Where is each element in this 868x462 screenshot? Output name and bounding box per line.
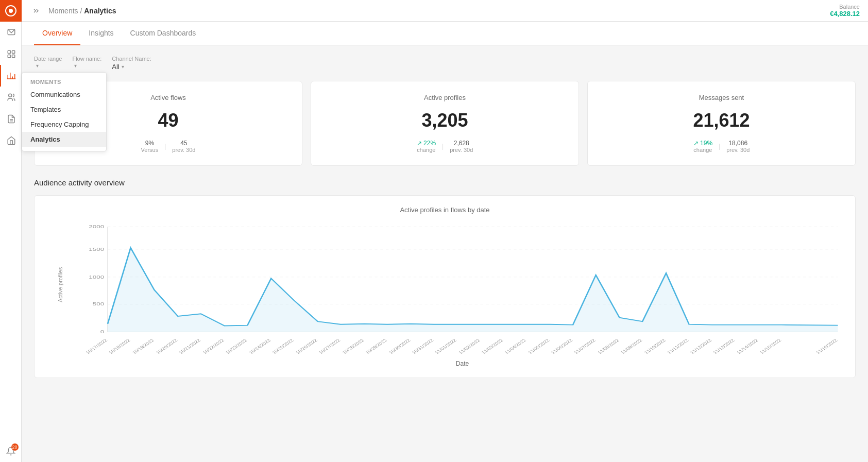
svg-text:11/09/2022: 11/09/2022	[619, 338, 643, 355]
messages-sent-label: Messages sent	[600, 94, 843, 101]
active-profiles-pct: 22%	[423, 140, 436, 147]
message-icon	[7, 28, 16, 37]
svg-rect-5	[8, 55, 10, 58]
svg-text:11/06/2022: 11/06/2022	[550, 338, 573, 355]
active-profiles-up-arrow: ↗	[417, 140, 422, 147]
dropdown-item-frequency-capping[interactable]: Frequency Capping	[22, 117, 106, 132]
svg-text:10/21/2022: 10/21/2022	[178, 338, 201, 355]
y-axis-label: Active profiles	[57, 271, 63, 302]
svg-text:10/26/2022: 10/26/2022	[295, 338, 318, 355]
sidebar-item-messages[interactable]	[0, 22, 22, 43]
stat-card-active-profiles: Active profiles 3,205 ↗ 22% change | 2,6…	[311, 81, 579, 166]
stat-card-messages-sent: Messages sent 21,612 ↗ 19% change | 18,0…	[587, 81, 856, 166]
channel-name-label: Channel Name:	[112, 56, 151, 62]
svg-point-12	[8, 94, 11, 97]
breadcrumb-current: Analytics	[84, 7, 116, 15]
active-profiles-prev: 2,628	[454, 140, 469, 147]
chart-line	[108, 248, 838, 326]
active-profiles-label: Active profiles	[324, 94, 566, 101]
date-range-dropdown[interactable]: ▾	[34, 63, 62, 69]
active-profiles-pct-group: ↗ 22% change	[417, 140, 436, 153]
svg-text:11/08/2022: 11/08/2022	[597, 338, 620, 355]
sidebar-item-reports[interactable]	[0, 108, 22, 130]
svg-text:10/19/2022: 10/19/2022	[131, 338, 155, 355]
sidebar-item-analytics[interactable]	[0, 65, 22, 87]
svg-text:11/11/2022: 11/11/2022	[666, 338, 690, 355]
active-profiles-prev-label: prev. 30d	[450, 147, 473, 153]
channel-name-chevron-icon: ▾	[122, 64, 124, 70]
audience-section-title: Audience activity overview	[34, 178, 856, 187]
svg-text:11/10/2022: 11/10/2022	[643, 338, 667, 355]
svg-text:10/17/2022: 10/17/2022	[84, 338, 108, 355]
svg-text:10/25/2022: 10/25/2022	[271, 338, 295, 355]
svg-text:11/03/2022: 11/03/2022	[480, 338, 504, 355]
balance-label: Balance	[830, 4, 860, 10]
svg-text:11/15/2022: 11/15/2022	[758, 338, 782, 355]
dropdown-item-templates[interactable]: Templates	[22, 102, 106, 117]
dropdown-section-label: MOMENTS	[22, 77, 106, 87]
active-flows-divider: |	[164, 143, 166, 150]
svg-text:10/28/2022: 10/28/2022	[341, 338, 365, 355]
tab-insights[interactable]: Insights	[80, 22, 122, 45]
analytics-icon	[7, 71, 16, 80]
breadcrumb-parent: Moments	[48, 7, 78, 15]
dropdown-item-communications[interactable]: Communications	[22, 87, 106, 102]
tabs-bar: Overview Insights Custom Dashboards	[22, 22, 868, 45]
channel-name-dropdown[interactable]: All ▾	[112, 63, 151, 71]
main-content: Moments / Analytics Balance €4,828.12 Ov…	[22, 0, 868, 462]
flow-name-dropdown[interactable]: ▾	[72, 63, 101, 69]
audience-chart-container: Active profiles in flows by date Active …	[34, 195, 856, 378]
logo[interactable]	[0, 0, 22, 22]
filter-row: Date range ▾ Flow name: ▾ Channel Name: …	[34, 56, 856, 71]
chart-svg-wrapper: 0 500 1000 1500 2000 10/1	[80, 222, 845, 367]
tab-custom-dashboards[interactable]: Custom Dashboards	[122, 22, 205, 45]
svg-text:10/29/2022: 10/29/2022	[364, 338, 388, 355]
notification-badge: 20	[11, 443, 19, 451]
svg-text:10/18/2022: 10/18/2022	[108, 338, 131, 355]
page-content: Overview Insights Custom Dashboards Date…	[22, 22, 868, 462]
stats-cards-row: Active flows 49 9% Versus | 45 prev. 30d…	[34, 81, 856, 166]
svg-text:11/05/2022: 11/05/2022	[527, 338, 551, 355]
svg-text:11/01/2022: 11/01/2022	[434, 338, 457, 355]
active-flows-prev: 45	[180, 140, 187, 147]
messages-sent-pct-group: ↗ 19% change	[693, 140, 712, 153]
moments-dropdown-menu: MOMENTS Communications Templates Frequen…	[22, 72, 107, 151]
svg-text:2000: 2000	[89, 224, 104, 229]
active-profiles-meta: ↗ 22% change | 2,628 prev. 30d	[324, 140, 566, 153]
svg-text:11/07/2022: 11/07/2022	[573, 338, 597, 355]
active-flows-pct-group: 9% Versus	[141, 140, 159, 153]
sidebar-item-store[interactable]	[0, 130, 22, 151]
tab-overview[interactable]: Overview	[34, 22, 80, 45]
svg-text:11/02/2022: 11/02/2022	[457, 338, 481, 355]
svg-text:11/04/2022: 11/04/2022	[503, 338, 527, 355]
flow-name-chevron-icon: ▾	[74, 63, 77, 69]
expand-sidebar-button[interactable]	[30, 5, 42, 17]
svg-rect-4	[12, 50, 14, 53]
topbar: Moments / Analytics Balance €4,828.12	[22, 0, 868, 22]
sidebar: 20	[0, 0, 22, 462]
line-chart-svg: 0 500 1000 1500 2000 10/1	[80, 222, 845, 356]
channel-name-filter: Channel Name: All ▾	[112, 56, 151, 71]
svg-point-1	[9, 9, 13, 13]
notifications-button[interactable]: 20	[0, 440, 22, 462]
people-icon	[7, 93, 16, 102]
active-profiles-pct-label: change	[417, 147, 436, 153]
active-profiles-prev-group: 2,628 prev. 30d	[450, 140, 473, 153]
active-profiles-value: 3,205	[324, 110, 566, 131]
svg-text:10/31/2022: 10/31/2022	[411, 338, 434, 355]
store-icon	[7, 136, 16, 145]
messages-sent-meta: ↗ 19% change | 18,086 prev. 30d	[600, 140, 843, 153]
x-axis-label: Date	[80, 360, 845, 367]
chart-title: Active profiles in flows by date	[45, 206, 845, 214]
audience-activity-section: Audience activity overview Active profil…	[34, 178, 856, 378]
svg-text:1500: 1500	[89, 247, 104, 252]
svg-text:11/12/2022: 11/12/2022	[689, 338, 712, 355]
svg-text:11/16/2022: 11/16/2022	[815, 338, 839, 355]
messages-sent-prev-group: 18,086 prev. 30d	[726, 140, 750, 153]
dropdown-item-analytics[interactable]: Analytics	[22, 132, 106, 147]
active-flows-prev-group: 45 prev. 30d	[172, 140, 195, 153]
sidebar-item-people[interactable]	[0, 87, 22, 108]
flow-name-filter: Flow name: ▾	[72, 56, 101, 71]
sidebar-item-flows[interactable]	[0, 43, 22, 65]
svg-rect-6	[12, 55, 14, 58]
